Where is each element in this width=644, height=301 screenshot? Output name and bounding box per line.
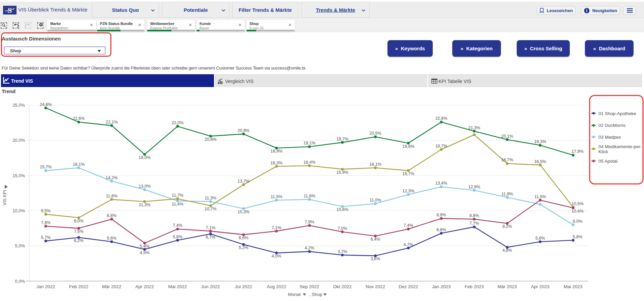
svg-text:11,7%: 11,7% bbox=[172, 193, 184, 198]
svg-text:8,9%: 8,9% bbox=[436, 213, 446, 217]
svg-text:13,4%: 13,4% bbox=[435, 181, 447, 186]
svg-text:20,0%: 20,0% bbox=[12, 138, 25, 143]
svg-text:Apr 2022: Apr 2022 bbox=[135, 284, 154, 289]
svg-text:16,4%: 16,4% bbox=[303, 160, 315, 165]
svg-text:Mär 2022: Mär 2022 bbox=[102, 284, 121, 289]
svg-text:03 Medpex: 03 Medpex bbox=[598, 135, 621, 140]
svg-text:10,6%: 10,6% bbox=[337, 207, 348, 212]
svg-text:01 Shop-Apotheke: 01 Shop-Apotheke bbox=[598, 111, 636, 116]
svg-text:11,5%: 11,5% bbox=[534, 194, 546, 199]
svg-text:19,6%: 19,6% bbox=[402, 144, 414, 149]
svg-text:19,3%: 19,3% bbox=[534, 139, 546, 144]
svg-text:Jun 2022: Jun 2022 bbox=[201, 284, 220, 289]
svg-text:6,6%: 6,6% bbox=[239, 236, 248, 240]
svg-text:13,7%: 13,7% bbox=[238, 179, 249, 184]
svg-text:19,7%: 19,7% bbox=[337, 137, 348, 141]
svg-text:11,6%: 11,6% bbox=[106, 194, 118, 198]
svg-text:9,0%: 9,0% bbox=[74, 219, 84, 223]
svg-text:7,1%: 7,1% bbox=[206, 225, 216, 230]
svg-text:7,4%: 7,4% bbox=[404, 223, 413, 228]
svg-text:24,6%: 24,6% bbox=[40, 102, 52, 107]
svg-text:16,5%: 16,5% bbox=[534, 159, 546, 164]
svg-text:5,7%: 5,7% bbox=[41, 235, 51, 240]
svg-text:5,6%: 5,6% bbox=[535, 236, 545, 241]
svg-text:14,2%: 14,2% bbox=[106, 175, 117, 180]
svg-text:10,3%: 10,3% bbox=[238, 210, 249, 214]
svg-text:Feb 2023: Feb 2023 bbox=[465, 284, 484, 289]
svg-text:4,0%: 4,0% bbox=[272, 254, 281, 258]
svg-text:Sep 2022: Sep 2022 bbox=[300, 284, 319, 289]
svg-text:10,0%: 10,0% bbox=[12, 208, 25, 213]
svg-text:12,9%: 12,9% bbox=[468, 185, 480, 189]
svg-text:12,3%: 12,3% bbox=[402, 189, 414, 193]
svg-text:20,9%: 20,9% bbox=[238, 128, 249, 133]
svg-text:Nov 2022: Nov 2022 bbox=[366, 284, 385, 289]
svg-text:3,6%: 3,6% bbox=[371, 256, 380, 261]
svg-text:Jul 2022: Jul 2022 bbox=[235, 284, 252, 289]
svg-text:11,0%: 11,0% bbox=[370, 198, 381, 202]
svg-text:6,2%: 6,2% bbox=[74, 238, 84, 243]
svg-text:16,7%: 16,7% bbox=[501, 158, 513, 162]
svg-text:9,5%: 9,5% bbox=[41, 209, 51, 213]
svg-text:Jan 2022: Jan 2022 bbox=[36, 284, 55, 289]
svg-text:6,8%: 6,8% bbox=[436, 227, 446, 232]
svg-text:8,0%: 8,0% bbox=[573, 219, 583, 224]
svg-text:4,7%: 4,7% bbox=[404, 242, 413, 247]
svg-text:10,4%: 10,4% bbox=[571, 209, 583, 214]
svg-text:8,8%: 8,8% bbox=[107, 213, 117, 218]
svg-text:18,9%: 18,9% bbox=[270, 149, 282, 154]
svg-text:Feb 2022: Feb 2022 bbox=[69, 284, 88, 289]
svg-text:7,4%: 7,4% bbox=[173, 223, 183, 228]
svg-text:11,3%: 11,3% bbox=[139, 202, 151, 207]
svg-text:4,8%: 4,8% bbox=[502, 248, 512, 253]
svg-text:19,1%: 19,1% bbox=[303, 141, 315, 145]
svg-text:21,3%: 21,3% bbox=[468, 126, 480, 130]
svg-text:22,6%: 22,6% bbox=[435, 116, 447, 121]
svg-text:7,7%: 7,7% bbox=[469, 221, 479, 226]
svg-text:5,4%: 5,4% bbox=[140, 244, 150, 249]
svg-text:Klick: Klick bbox=[598, 149, 608, 154]
svg-text:15,0%: 15,0% bbox=[12, 173, 25, 178]
svg-text:16,1%: 16,1% bbox=[369, 162, 381, 167]
svg-text:7,5%: 7,5% bbox=[74, 229, 84, 234]
svg-text:11,5%: 11,5% bbox=[271, 194, 283, 199]
svg-text:11,4%: 11,4% bbox=[172, 202, 184, 207]
svg-text:05 Apotal: 05 Apotal bbox=[598, 159, 617, 164]
svg-text:, Shop: , Shop bbox=[309, 292, 322, 297]
svg-text:7,1%: 7,1% bbox=[272, 225, 281, 230]
svg-text:11,9%: 11,9% bbox=[501, 192, 513, 196]
svg-text:10,5%: 10,5% bbox=[571, 201, 583, 206]
svg-text:5,6%: 5,6% bbox=[107, 236, 117, 241]
svg-text:5,8%: 5,8% bbox=[173, 235, 183, 239]
svg-text:6,7%: 6,7% bbox=[206, 235, 216, 240]
svg-text:4,2%: 4,2% bbox=[305, 246, 315, 250]
svg-text:Apr 2023: Apr 2023 bbox=[531, 284, 549, 289]
svg-text:8,8%: 8,8% bbox=[469, 213, 479, 218]
svg-text:22,0%: 22,0% bbox=[171, 120, 183, 125]
svg-text:10,7%: 10,7% bbox=[205, 207, 216, 211]
svg-text:20,1%: 20,1% bbox=[501, 134, 513, 139]
svg-text:20,6%: 20,6% bbox=[205, 137, 216, 142]
svg-text:VIS KPI: VIS KPI bbox=[2, 190, 7, 206]
svg-text:Okt 2022: Okt 2022 bbox=[333, 284, 352, 289]
svg-text:8,2%: 8,2% bbox=[502, 224, 512, 229]
svg-text:6,4%: 6,4% bbox=[371, 237, 380, 242]
svg-text:7,9%: 7,9% bbox=[305, 220, 315, 224]
svg-text:17,9%: 17,9% bbox=[571, 149, 583, 154]
svg-text:15,7%: 15,7% bbox=[402, 171, 414, 176]
svg-text:3,7%: 3,7% bbox=[338, 249, 347, 254]
svg-text:Monat: Monat bbox=[288, 292, 301, 297]
svg-text:16,1%: 16,1% bbox=[73, 162, 84, 167]
svg-text:5,2%: 5,2% bbox=[239, 245, 248, 250]
svg-text:4,5%: 4,5% bbox=[140, 250, 150, 255]
svg-text:15,9%: 15,9% bbox=[337, 170, 348, 175]
svg-text:Aug 2022: Aug 2022 bbox=[267, 284, 286, 289]
svg-text:0,0%: 0,0% bbox=[15, 279, 25, 284]
svg-text:20,5%: 20,5% bbox=[369, 131, 381, 136]
svg-text:Mai 2022: Mai 2022 bbox=[168, 284, 187, 289]
svg-text:Dez 2022: Dez 2022 bbox=[399, 284, 418, 289]
svg-text:Mai 2023: Mai 2023 bbox=[564, 284, 583, 289]
svg-text:18,7%: 18,7% bbox=[435, 144, 447, 148]
svg-text:5,0%: 5,0% bbox=[15, 243, 25, 248]
svg-text:Mär 2023: Mär 2023 bbox=[498, 284, 517, 289]
